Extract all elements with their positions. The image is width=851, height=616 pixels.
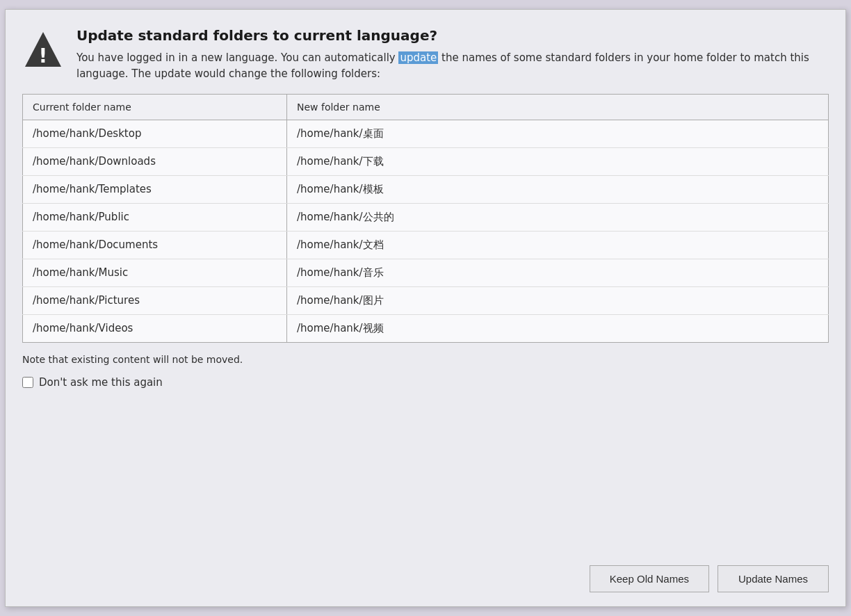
current-folder-cell: /home/hank/Public	[23, 203, 287, 231]
current-folder-cell: /home/hank/Downloads	[23, 147, 287, 175]
table-row: /home/hank/Documents/home/hank/文档	[23, 231, 829, 259]
dont-ask-checkbox[interactable]	[22, 377, 33, 388]
new-folder-cell: /home/hank/下载	[287, 147, 829, 175]
table-row: /home/hank/Music/home/hank/音乐	[23, 259, 829, 286]
new-folder-cell: /home/hank/音乐	[287, 259, 829, 286]
new-folder-cell: /home/hank/模板	[287, 175, 829, 203]
dont-ask-label[interactable]: Don't ask me this again	[39, 376, 163, 389]
warning-icon: !	[22, 29, 64, 74]
new-folder-cell: /home/hank/公共的	[287, 203, 829, 231]
column-header-new: New folder name	[287, 94, 829, 120]
current-folder-cell: /home/hank/Desktop	[23, 120, 287, 147]
table-row: /home/hank/Desktop/home/hank/桌面	[23, 120, 829, 147]
header-text: Update standard folders to current langu…	[76, 26, 829, 83]
note-text: Note that existing content will not be m…	[22, 354, 829, 365]
button-row: Keep Old Names Update Names	[22, 565, 829, 592]
folder-table: Current folder name New folder name /hom…	[22, 94, 829, 343]
dialog-header: ! Update standard folders to current lan…	[22, 26, 829, 83]
table-row: /home/hank/Public/home/hank/公共的	[23, 203, 829, 231]
update-folders-dialog: ! Update standard folders to current lan…	[5, 9, 846, 607]
dont-ask-row: Don't ask me this again	[22, 376, 829, 389]
current-folder-cell: /home/hank/Documents	[23, 231, 287, 259]
description-highlight: update	[398, 51, 438, 64]
table-row: /home/hank/Templates/home/hank/模板	[23, 175, 829, 203]
current-folder-cell: /home/hank/Music	[23, 259, 287, 286]
dialog-description: You have logged in in a new language. Yo…	[76, 50, 829, 83]
dialog-title: Update standard folders to current langu…	[76, 26, 829, 44]
new-folder-cell: /home/hank/文档	[287, 231, 829, 259]
update-names-button[interactable]: Update Names	[718, 565, 829, 592]
table-row: /home/hank/Downloads/home/hank/下载	[23, 147, 829, 175]
current-folder-cell: /home/hank/Pictures	[23, 286, 287, 314]
svg-text:!: !	[39, 44, 48, 67]
new-folder-cell: /home/hank/图片	[287, 286, 829, 314]
table-row: /home/hank/Pictures/home/hank/图片	[23, 286, 829, 314]
new-folder-cell: /home/hank/视频	[287, 314, 829, 342]
current-folder-cell: /home/hank/Videos	[23, 314, 287, 342]
keep-old-names-button[interactable]: Keep Old Names	[590, 565, 709, 592]
current-folder-cell: /home/hank/Templates	[23, 175, 287, 203]
description-part1: You have logged in in a new language. Yo…	[76, 51, 398, 64]
new-folder-cell: /home/hank/桌面	[287, 120, 829, 147]
table-row: /home/hank/Videos/home/hank/视频	[23, 314, 829, 342]
column-header-current: Current folder name	[23, 94, 287, 120]
